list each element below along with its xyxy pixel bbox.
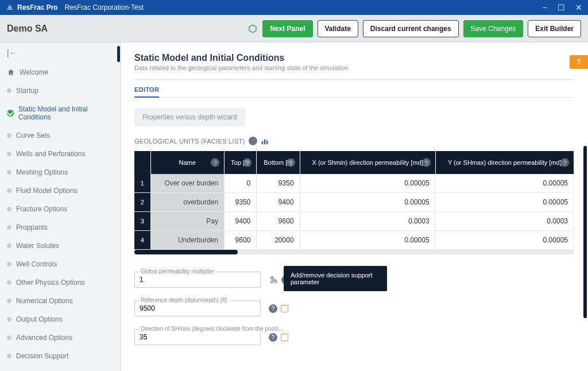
- sidebar-item-well-controls[interactable]: Well Controls: [0, 255, 120, 273]
- status-dot-icon: [7, 317, 11, 322]
- sidebar-item-other-physics-options[interactable]: Other Physics Options: [0, 273, 120, 292]
- cell-top[interactable]: 0: [224, 174, 256, 193]
- sidebar-item-output-options[interactable]: Output Options: [0, 310, 120, 329]
- field-help-icon[interactable]: ?: [269, 333, 277, 342]
- sidebar-item-label: Curve Sets: [16, 132, 50, 140]
- column-header: Y (or SHmax) direction permeability [md]…: [435, 151, 574, 174]
- cell-xperm[interactable]: 0.00005: [300, 193, 435, 212]
- window-maximize-icon[interactable]: ☐: [558, 3, 565, 12]
- cell-name[interactable]: Over over burden: [150, 174, 224, 193]
- sidebar-item-label: Meshing Options: [16, 168, 68, 176]
- tooltip: Add/remove decision support parameter: [284, 266, 387, 291]
- sidebar-item-label: Wells and Perforations: [16, 150, 86, 158]
- row-index: 2: [134, 193, 150, 212]
- cube-icon[interactable]: [247, 24, 258, 34]
- sidebar-item-startup[interactable]: Startup: [0, 82, 120, 100]
- sidebar-item-label: Welcome: [20, 68, 48, 76]
- sidebar-item-label: Fracture Options: [16, 205, 67, 213]
- window-minimize-icon[interactable]: −: [543, 3, 547, 12]
- cell-name[interactable]: Underburden: [150, 231, 224, 250]
- status-dot-icon: [7, 188, 11, 193]
- toolbar: Demo SA Next Panel Validate Discard curr…: [0, 15, 588, 42]
- decision-support-checkbox[interactable]: [281, 334, 288, 341]
- cell-yperm[interactable]: 0.0003: [435, 212, 574, 231]
- svg-rect-2: [266, 140, 267, 144]
- puzzle-icon[interactable]: [269, 275, 278, 284]
- decision-support-checkbox[interactable]: [281, 305, 288, 312]
- app-logo-icon: [6, 3, 14, 11]
- column-help-icon[interactable]: ?: [422, 159, 431, 167]
- sidebar-item-wells-and-perforations[interactable]: Wells and Perforations: [0, 145, 120, 163]
- row-index: 3: [134, 212, 150, 231]
- status-dot-icon: [7, 88, 11, 93]
- exit-builder-button[interactable]: Exit Builder: [528, 20, 581, 37]
- discard-button[interactable]: Discard current changes: [363, 20, 459, 37]
- cell-name[interactable]: Pay: [150, 212, 224, 231]
- sidebar-item-curve-sets[interactable]: Curve Sets: [0, 126, 120, 145]
- sidebar-item-proppants[interactable]: Proppants: [0, 218, 120, 237]
- sidebar: |← WelcomeStartupStatic Model and Initia…: [0, 42, 121, 371]
- properties-wizard-button[interactable]: Properties versus depth wizard: [134, 108, 245, 126]
- validate-button[interactable]: Validate: [318, 20, 358, 37]
- chart-icon[interactable]: [261, 137, 269, 145]
- direction-shmax-label: Direction of SHmax (degrees clockwise fr…: [139, 326, 288, 332]
- column-help-icon[interactable]: ?: [287, 159, 295, 167]
- table-row[interactable]: 3Pay940096000.00030.0003: [134, 212, 574, 231]
- project-title: Demo SA: [7, 24, 48, 34]
- svg-rect-1: [264, 139, 265, 144]
- cell-name[interactable]: overburden: [150, 193, 224, 212]
- status-dot-icon: [7, 207, 11, 211]
- table-row[interactable]: 2overburden935094000.000050.00005: [134, 193, 574, 212]
- editor-tab[interactable]: EDITOR: [134, 86, 159, 98]
- status-dot-icon: [7, 110, 14, 117]
- next-panel-button[interactable]: Next Panel: [262, 20, 312, 37]
- sidebar-collapse-icon[interactable]: |←: [0, 42, 120, 63]
- save-button[interactable]: Save Changes: [463, 20, 524, 37]
- column-help-icon[interactable]: ?: [211, 159, 219, 167]
- field-help-icon[interactable]: ?: [269, 304, 277, 313]
- status-dot-icon: [7, 280, 11, 285]
- cell-xperm[interactable]: 0.00005: [300, 174, 435, 193]
- sidebar-item-decision-support[interactable]: Decision Support: [0, 347, 120, 365]
- cell-yperm[interactable]: 0.00005: [435, 193, 574, 212]
- table-row[interactable]: 4Underburden9600200000.000050.00005: [134, 231, 574, 250]
- cell-yperm[interactable]: 0.00005: [435, 174, 574, 193]
- window-close-icon[interactable]: ✕: [575, 3, 582, 12]
- sidebar-item-label: Advanced Options: [16, 334, 72, 342]
- column-help-icon[interactable]: ?: [560, 159, 569, 167]
- status-dot-icon: [7, 170, 11, 175]
- table-row[interactable]: 1Over over burden093500.000050.00005: [134, 174, 574, 193]
- table-horizontal-scrollbar[interactable]: [134, 250, 574, 254]
- cell-top[interactable]: 9400: [224, 212, 256, 231]
- cell-top[interactable]: 9600: [224, 231, 256, 250]
- sidebar-item-label: Proppants: [16, 223, 48, 231]
- table-help-icon[interactable]: ?: [249, 137, 257, 145]
- app-name: ResFrac Pro: [17, 3, 58, 11]
- cell-bottom[interactable]: 9400: [257, 193, 300, 212]
- sidebar-item-static-model-and-initial-conditions[interactable]: Static Model and Initial Conditions: [0, 100, 120, 126]
- cell-bottom[interactable]: 9600: [257, 212, 300, 231]
- sidebar-item-fracture-options[interactable]: Fracture Options: [0, 200, 120, 218]
- cell-xperm[interactable]: 0.0003: [300, 212, 435, 231]
- column-header: Top [ft]?: [224, 151, 256, 174]
- sidebar-item-water-solutes[interactable]: Water Solutes: [0, 237, 120, 255]
- sidebar-item-label: Other Physics Options: [16, 279, 84, 287]
- sidebar-item-label: Fluid Model Options: [16, 187, 78, 195]
- cell-xperm[interactable]: 0.00005: [300, 231, 435, 250]
- cell-top[interactable]: 9350: [224, 193, 256, 212]
- sidebar-item-label: Decision Support: [16, 352, 68, 360]
- sidebar-item-fluid-model-options[interactable]: Fluid Model Options: [0, 181, 120, 200]
- sidebar-item-label: Startup: [16, 87, 38, 95]
- cell-bottom[interactable]: 9350: [257, 174, 300, 193]
- column-help-icon[interactable]: ?: [243, 159, 252, 167]
- cell-bottom[interactable]: 20000: [257, 231, 300, 250]
- sidebar-item-numerical-options[interactable]: Numerical Options: [0, 292, 120, 310]
- page-subtitle: Data related to the geological parameter…: [134, 64, 574, 71]
- page-title: Static Model and Initial Conditions: [134, 53, 574, 63]
- sidebar-item-welcome[interactable]: Welcome: [0, 63, 120, 82]
- cell-yperm[interactable]: 0.00005: [435, 231, 574, 250]
- help-button[interactable]: ?: [570, 55, 588, 69]
- main-scrollbar[interactable]: [583, 146, 587, 318]
- sidebar-item-meshing-options[interactable]: Meshing Options: [0, 163, 120, 181]
- sidebar-item-advanced-options[interactable]: Advanced Options: [0, 329, 120, 347]
